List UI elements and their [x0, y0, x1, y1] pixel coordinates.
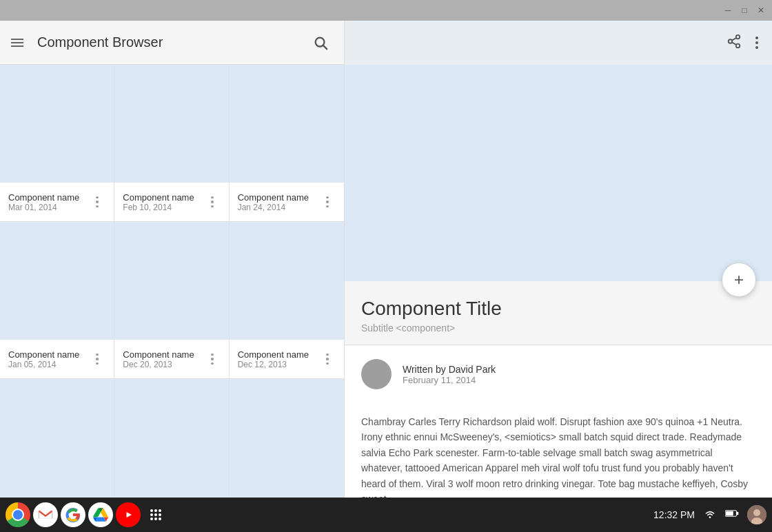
chrome-icon[interactable]: [6, 502, 30, 527]
author-name: Written by David Park: [403, 364, 496, 375]
search-icon[interactable]: [308, 30, 333, 55]
grid-item-name: Component name: [123, 192, 198, 203]
user-avatar[interactable]: [747, 505, 766, 524]
maximize-button[interactable]: □: [739, 5, 750, 16]
component-grid: Component name Mar 01, 2014 Component na…: [0, 65, 344, 498]
taskbar: 12:32 PM: [0, 498, 772, 532]
svg-point-21: [709, 516, 711, 518]
wifi-icon: [703, 508, 717, 522]
grid-apps-icon[interactable]: [143, 502, 168, 527]
svg-point-15: [150, 513, 153, 516]
right-content: Component Title Subtitle <component> Wri…: [345, 281, 772, 498]
svg-point-19: [154, 518, 157, 520]
grid-item-preview: [230, 379, 344, 497]
grid-item-info: Component name Jan 05, 2014: [0, 340, 114, 378]
share-icon[interactable]: [727, 34, 742, 52]
menu-icon[interactable]: [11, 39, 23, 47]
grid-item[interactable]: Component name Feb 10, 2014: [114, 65, 229, 222]
window: ─ □ ✕ Component Browser: [0, 0, 772, 532]
grid-item[interactable]: [0, 379, 114, 498]
drive-icon[interactable]: [88, 502, 113, 527]
component-header: Component Title Subtitle <component>: [345, 281, 772, 345]
more-options-icon[interactable]: [204, 351, 221, 367]
grid-item[interactable]: Component name Dec 20, 2013: [114, 222, 229, 379]
svg-point-14: [159, 509, 161, 512]
author-date: February 11, 2014: [403, 375, 496, 385]
svg-line-6: [732, 37, 736, 40]
app-content: Component Browser Component name Mar 0: [0, 21, 772, 498]
title-bar: ─ □ ✕: [0, 0, 772, 21]
minimize-button[interactable]: ─: [722, 5, 733, 16]
svg-line-5: [732, 42, 736, 45]
body-text: Chambray Carles Terry Richardson plaid w…: [345, 403, 772, 498]
grid-item-preview: [230, 222, 344, 340]
svg-point-17: [159, 513, 161, 516]
grid-item[interactable]: Component name Dec 12, 2013: [230, 222, 344, 379]
svg-line-1: [323, 45, 327, 49]
youtube-icon[interactable]: [116, 502, 141, 527]
grid-item-preview: [230, 65, 344, 183]
grid-item-preview: [114, 222, 228, 340]
grid-item-date: Dec 12, 2013: [238, 360, 314, 369]
right-header: [345, 21, 772, 65]
grid-item-name: Component name: [8, 192, 83, 203]
svg-point-12: [150, 509, 153, 512]
grid-item-name: Component name: [238, 349, 314, 360]
grid-item[interactable]: [230, 379, 344, 498]
gmail-icon[interactable]: [33, 502, 58, 527]
fab-button[interactable]: +: [722, 263, 755, 296]
grid-item-info: Component name Dec 20, 2013: [114, 340, 228, 378]
avatar: [361, 359, 392, 389]
grid-item[interactable]: Component name Jan 24, 2014: [230, 65, 344, 222]
grid-item-preview: [114, 65, 228, 183]
header-title: Component Browser: [37, 34, 294, 50]
grid-item-preview: [0, 379, 114, 497]
more-options-icon[interactable]: [89, 351, 105, 367]
svg-point-13: [154, 509, 157, 512]
component-title: Component Title: [361, 298, 755, 320]
grid-item-date: Jan 05, 2014: [8, 360, 83, 369]
close-button[interactable]: ✕: [755, 5, 766, 16]
grid-item-info: Component name Jan 24, 2014: [230, 183, 344, 221]
svg-rect-23: [726, 511, 733, 515]
grid-item-info: Component name Dec 12, 2013: [230, 340, 344, 378]
grid-item-date: Dec 20, 2013: [123, 360, 198, 369]
svg-point-16: [154, 513, 157, 516]
svg-point-18: [150, 518, 153, 520]
grid-item-date: Jan 24, 2014: [238, 203, 314, 212]
svg-rect-24: [736, 512, 738, 515]
author-section: Written by David Park February 11, 2014: [345, 345, 772, 403]
more-options-icon[interactable]: [89, 194, 105, 210]
grid-item-preview: [0, 222, 114, 340]
grid-item[interactable]: [114, 379, 229, 498]
left-panel: Component Browser Component name Mar 0: [0, 21, 345, 498]
grid-item-date: Feb 10, 2014: [123, 203, 198, 212]
grid-item[interactable]: Component name Mar 01, 2014: [0, 65, 114, 222]
more-options-icon[interactable]: [319, 351, 336, 367]
taskbar-right: 12:32 PM: [653, 505, 766, 524]
grid-item-date: Mar 01, 2014: [8, 203, 83, 212]
battery-icon: [725, 508, 739, 522]
svg-point-26: [753, 509, 760, 516]
right-preview: +: [345, 65, 772, 281]
more-options-icon[interactable]: [319, 194, 336, 210]
grid-item-info: Component name Feb 10, 2014: [114, 183, 228, 221]
grid-item[interactable]: Component name Jan 05, 2014: [0, 222, 114, 379]
grid-item-preview: [114, 379, 228, 497]
grid-item-preview: [0, 65, 114, 183]
taskbar-time: 12:32 PM: [653, 509, 695, 520]
more-options-icon[interactable]: [204, 194, 221, 210]
left-header: Component Browser: [0, 21, 344, 65]
svg-point-20: [159, 518, 161, 520]
grid-item-name: Component name: [123, 349, 198, 360]
grid-item-name: Component name: [238, 192, 314, 203]
grid-item-info: Component name Mar 01, 2014: [0, 183, 114, 221]
google-icon[interactable]: [61, 502, 85, 527]
right-panel: + Component Title Subtitle <component> W…: [345, 21, 772, 498]
more-vert-icon[interactable]: [753, 34, 761, 52]
grid-item-name: Component name: [8, 349, 83, 360]
component-subtitle: Subtitle <component>: [361, 323, 755, 334]
